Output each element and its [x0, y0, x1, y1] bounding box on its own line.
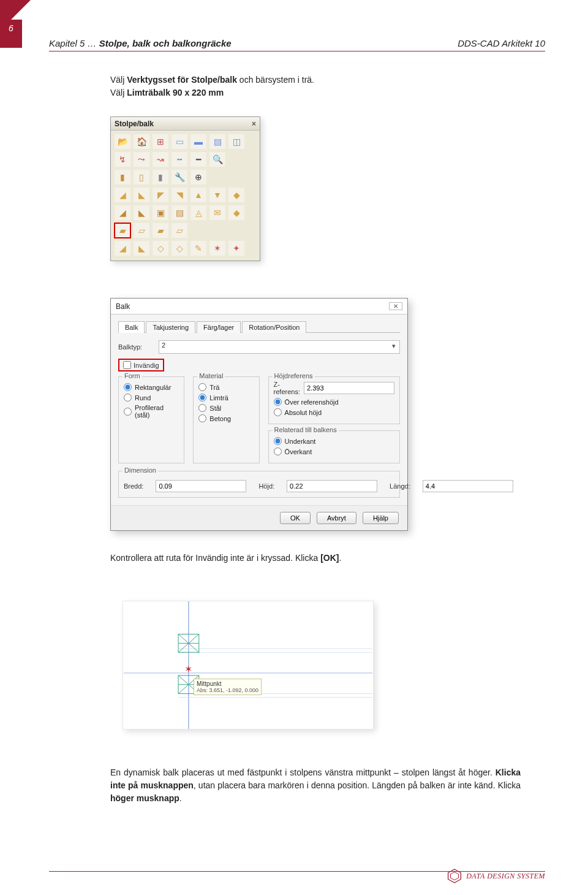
dialog-close-icon[interactable]: ✕ — [389, 302, 402, 310]
intro-1a: Välj — [110, 75, 127, 85]
p3-e: . — [179, 793, 182, 803]
material-group-title: Material — [197, 372, 225, 379]
p3-c: , utan placera bara markören i denna pos… — [194, 780, 521, 790]
dash-icon[interactable]: ╍ — [172, 152, 187, 167]
hojd-input[interactable] — [287, 480, 377, 492]
open-icon[interactable]: 📂 — [115, 134, 130, 149]
hojdref-group-title: Höjdreferens — [273, 372, 315, 379]
misc-icon-2[interactable]: ◣ — [134, 241, 149, 256]
material-stal-label: Stål — [209, 405, 221, 412]
ok-button[interactable]: OK — [280, 512, 311, 524]
beam-icon-5[interactable]: ▲ — [190, 188, 206, 202]
p3-a: En dynamisk balk placeras ut med fästpun… — [110, 767, 496, 777]
misc-icon-5[interactable]: ✎ — [190, 241, 206, 256]
beam-icon-3[interactable]: ◤ — [153, 188, 168, 202]
tab-balk[interactable]: Balk — [118, 321, 145, 333]
window-icon[interactable]: ◫ — [228, 134, 244, 149]
gluelam-icon-4[interactable]: ▱ — [172, 223, 187, 238]
misc-icon-4[interactable]: ◇ — [172, 241, 187, 256]
link2-icon[interactable]: ⤳ — [134, 152, 149, 167]
col-icon-3[interactable]: ▮ — [153, 170, 168, 185]
intro-2b: Limträbalk 90 x 220 mm — [127, 88, 224, 97]
beam-icon-4[interactable]: ◥ — [172, 188, 187, 202]
material-limtra-label: Limträ — [209, 394, 228, 402]
beam-icon-2[interactable]: ◣ — [134, 188, 149, 202]
col-icon-1[interactable]: ▮ — [115, 170, 130, 185]
rail-icon-5[interactable]: ◬ — [190, 205, 206, 220]
gluelam-icon-3[interactable]: ▰ — [153, 223, 168, 238]
dialog-title: Balk — [116, 302, 130, 311]
beam-icon-1[interactable]: ◢ — [115, 188, 130, 202]
form-rekt-label: Rektangulär — [135, 384, 171, 391]
hojdref-option-abs[interactable]: Absolut höjd — [274, 408, 394, 416]
beam-icon-6[interactable]: ▼ — [209, 188, 225, 202]
rail-icon-1[interactable]: ◢ — [115, 205, 130, 220]
link1-icon[interactable]: ↯ — [115, 152, 130, 167]
wrench-icon[interactable]: 🔧 — [172, 170, 187, 185]
material-option-stal[interactable]: Stål — [198, 404, 254, 412]
help-button[interactable]: Hjälp — [363, 512, 399, 524]
form-rund-label: Rund — [135, 394, 151, 402]
misc-icon-6[interactable]: ✶ — [209, 241, 225, 256]
material-betong-label: Betong — [209, 415, 231, 422]
intro-1c: och bärsystem i trä. — [237, 75, 314, 85]
tab-takjustering[interactable]: Takjustering — [146, 321, 195, 333]
dialog-title-bar: Balk ✕ — [111, 299, 407, 314]
toolbar-close-icon[interactable]: × — [252, 117, 256, 130]
rel-option-under[interactable]: Underkant — [274, 437, 394, 445]
rail-icon-7[interactable]: ◆ — [228, 205, 244, 220]
misc-icon-3[interactable]: ◇ — [153, 241, 168, 256]
chapter-bar: Kapitel 5 … Stolpe, balk och balkongräck… — [49, 38, 545, 51]
search-icon[interactable]: 🔍 — [209, 152, 225, 167]
misc-icon-7[interactable]: ✦ — [228, 241, 244, 256]
langd-input[interactable] — [423, 480, 513, 492]
balk-dialog: Balk ✕ Balk Takjustering Färg/lager Rota… — [110, 298, 408, 531]
form-option-rekt[interactable]: Rektangulär — [124, 383, 179, 391]
material-option-tra[interactable]: Trä — [198, 383, 254, 391]
bar-icon[interactable]: ▬ — [190, 134, 206, 149]
rel-over-label: Överkant — [285, 448, 312, 455]
hojdref-abs-label: Absolut höjd — [285, 409, 322, 416]
hojdref-option-over[interactable]: Över referenshöjd — [274, 398, 394, 406]
link3-icon[interactable]: ↝ — [153, 152, 168, 167]
house-icon[interactable]: 🏠 — [134, 134, 149, 149]
snap-tooltip: Mittpunkt Abs: 3.651, -1.092, 0.000 — [194, 679, 262, 695]
bredd-label: Bredd: — [124, 482, 143, 490]
gluelam-icon-2[interactable]: ▱ — [134, 223, 149, 238]
beam-icon-7[interactable]: ◆ — [228, 188, 244, 202]
invandig-checkbox[interactable] — [123, 361, 131, 369]
tab-rotation[interactable]: Rotation/Position — [242, 321, 306, 333]
rail-icon-2[interactable]: ◣ — [134, 205, 149, 220]
material-tra-label: Trä — [209, 384, 219, 391]
svg-marker-15 — [451, 872, 459, 880]
col-icon-2[interactable]: ▯ — [134, 170, 149, 185]
intro-text: Välj Verktygsset för Stolpe/balk och bär… — [110, 74, 521, 99]
material-option-betong[interactable]: Betong — [198, 414, 254, 422]
rect-icon[interactable]: ▭ — [172, 134, 187, 149]
zref-input[interactable] — [304, 382, 394, 394]
dialog-tabs: Balk Takjustering Färg/lager Rotation/Po… — [118, 321, 400, 333]
footer-logo: DATA DESIGN SYSTEM — [447, 868, 545, 884]
rail-icon-6[interactable]: ✉ — [209, 205, 225, 220]
cancel-button[interactable]: Avbryt — [317, 512, 356, 524]
line-icon[interactable]: ━ — [190, 152, 206, 167]
gluelam-selected-icon[interactable]: ▰ — [115, 223, 130, 238]
grid-icon[interactable]: ⊞ — [153, 134, 168, 149]
panel-icon[interactable]: ▤ — [209, 134, 225, 149]
misc-icon-1[interactable]: ◢ — [115, 241, 130, 256]
rail-icon-3[interactable]: ▣ — [153, 205, 168, 220]
material-option-limtra[interactable]: Limträ — [198, 394, 254, 402]
bredd-input[interactable] — [156, 480, 246, 492]
form-option-prof[interactable]: Profilerad (stål) — [124, 404, 179, 419]
form-option-rund[interactable]: Rund — [124, 394, 179, 402]
rail-icon-4[interactable]: ▤ — [172, 205, 187, 220]
toolbar-title-bar: Stolpe/balk × — [111, 117, 260, 131]
rel-option-over[interactable]: Överkant — [274, 448, 394, 455]
intro-1b: Verktygsset för Stolpe/balk — [127, 75, 237, 85]
balktyp-dropdown[interactable]: 2 — [159, 340, 400, 354]
tab-farglager[interactable]: Färg/lager — [197, 321, 241, 333]
target-icon[interactable]: ⊕ — [190, 170, 206, 185]
toolbar-title: Stolpe/balk — [115, 117, 154, 130]
material-group: Material Trä Limträ Stål Betong — [193, 376, 259, 463]
form-group-title: Form — [123, 372, 142, 379]
